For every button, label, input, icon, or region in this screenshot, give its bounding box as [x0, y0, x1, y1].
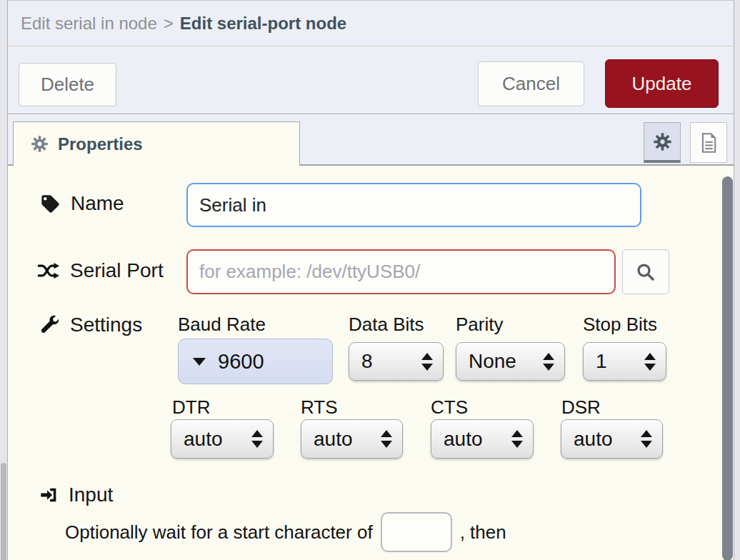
- sign-in-icon: [39, 485, 59, 505]
- delete-button[interactable]: Delete: [19, 63, 116, 106]
- wrench-icon: [39, 314, 61, 336]
- stop-bits-value: 1: [596, 350, 607, 373]
- breadcrumb-separator: >: [164, 14, 174, 34]
- data-bits-value: 8: [361, 350, 373, 373]
- node-red-edit-dialog-screen: Edit serial in node > Edit serial-port n…: [0, 0, 740, 560]
- cts-select[interactable]: auto: [431, 419, 534, 459]
- serial-port-input[interactable]: [186, 249, 616, 294]
- update-button[interactable]: Update: [605, 59, 719, 108]
- dsr-select[interactable]: auto: [561, 419, 663, 459]
- rts-select[interactable]: auto: [301, 419, 403, 459]
- tab-properties-label: Properties: [58, 134, 143, 154]
- edit-node-dialog: Edit serial in node > Edit serial-port n…: [7, 0, 734, 560]
- baud-rate-select[interactable]: 9600: [178, 339, 333, 384]
- cts-label: CTS: [431, 396, 468, 419]
- select-arrows-icon: [381, 430, 392, 448]
- rts-label: RTS: [301, 396, 338, 419]
- data-bits-select[interactable]: 8: [349, 342, 444, 381]
- data-bits-label: Data Bits: [349, 314, 424, 336]
- serial-port-search-button[interactable]: [622, 249, 669, 294]
- start-character-input[interactable]: [381, 512, 452, 552]
- select-arrows-icon: [641, 430, 652, 448]
- breadcrumb-current: Edit serial-port node: [180, 14, 346, 34]
- cts-value: auto: [444, 428, 483, 451]
- select-arrows-icon: [543, 353, 554, 371]
- magnifier-icon: [635, 261, 656, 283]
- rts-value: auto: [314, 428, 353, 451]
- dtr-value: auto: [184, 428, 223, 451]
- wait-text-before: Optionally wait for a start character of: [65, 521, 373, 544]
- dsr-value: auto: [574, 428, 613, 451]
- stop-bits-label: Stop Bits: [583, 314, 657, 336]
- dialog-header: Edit serial in node > Edit serial-port n…: [8, 1, 734, 46]
- baud-rate-label: Baud Rate: [178, 314, 266, 336]
- input-section-label: Input: [39, 484, 113, 506]
- start-character-sentence: Optionally wait for a start character of…: [65, 512, 506, 552]
- form-scrollbar-thumb[interactable]: [722, 176, 733, 560]
- left-scrollbar-thumb[interactable]: [1, 463, 6, 560]
- shuffle-icon: [36, 260, 61, 281]
- gear-icon: [31, 135, 49, 153]
- node-description-button[interactable]: [690, 122, 727, 163]
- select-arrows-icon: [251, 430, 263, 448]
- serial-port-field-label: Serial Port: [36, 259, 164, 282]
- parity-select[interactable]: None: [456, 342, 565, 381]
- dsr-label: DSR: [561, 396, 601, 419]
- settings-field-label: Settings: [39, 314, 142, 336]
- parity-label: Parity: [456, 314, 503, 336]
- tab-properties[interactable]: Properties: [13, 121, 300, 166]
- cancel-button[interactable]: Cancel: [478, 61, 584, 106]
- wait-text-after: , then: [460, 521, 506, 544]
- name-input[interactable]: [186, 183, 641, 227]
- tag-icon: [39, 193, 61, 215]
- right-edge-strip: [735, 0, 740, 560]
- gear-icon: [653, 132, 672, 151]
- name-field-label: Name: [39, 192, 124, 215]
- node-properties-button[interactable]: [644, 122, 681, 163]
- select-arrows-icon: [511, 430, 523, 448]
- document-icon: [699, 132, 719, 154]
- chevron-down-icon: [193, 358, 206, 366]
- dtr-label: DTR: [172, 396, 210, 419]
- parity-value: None: [469, 350, 516, 373]
- select-arrows-icon: [644, 353, 656, 371]
- select-arrows-icon: [421, 353, 433, 371]
- baud-rate-value: 9600: [218, 350, 264, 374]
- breadcrumb-parent[interactable]: Edit serial in node: [21, 14, 157, 34]
- dtr-select[interactable]: auto: [171, 419, 274, 459]
- stop-bits-select[interactable]: 1: [583, 342, 666, 381]
